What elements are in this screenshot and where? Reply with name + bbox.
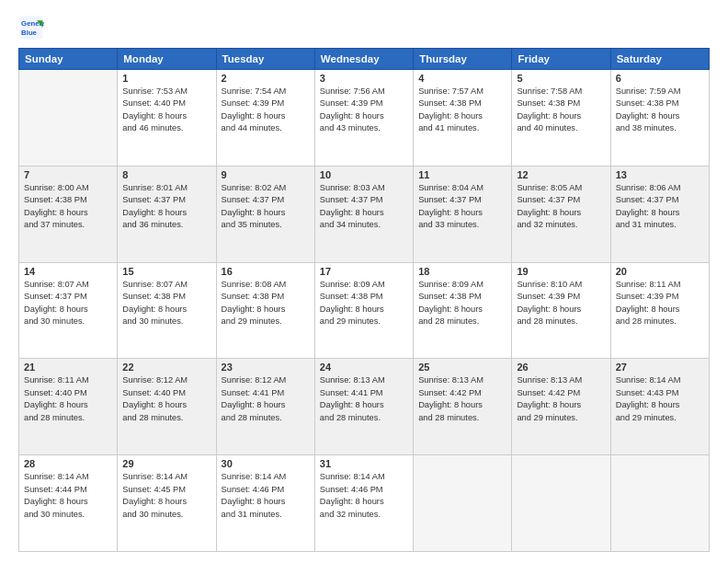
day-number: 9 — [222, 169, 310, 180]
day-info: Sunrise: 8:00 AMSunset: 4:38 PMDaylight:… — [24, 182, 112, 232]
day-info: Sunrise: 8:14 AMSunset: 4:46 PMDaylight:… — [222, 471, 310, 521]
day-number: 30 — [222, 458, 310, 469]
calendar-table: SundayMondayTuesdayWednesdayThursdayFrid… — [18, 48, 710, 552]
calendar-cell: 12Sunrise: 8:05 AMSunset: 4:37 PMDayligh… — [512, 166, 610, 262]
day-number: 16 — [222, 266, 310, 277]
calendar-cell: 10Sunrise: 8:03 AMSunset: 4:37 PMDayligh… — [314, 166, 413, 262]
day-info: Sunrise: 8:07 AMSunset: 4:38 PMDaylight:… — [122, 279, 210, 328]
day-number: 1 — [122, 73, 210, 84]
day-number: 6 — [616, 73, 704, 84]
day-info: Sunrise: 8:14 AMSunset: 4:45 PMDaylight:… — [122, 471, 210, 521]
calendar-cell — [19, 70, 118, 167]
weekday-header-saturday: Saturday — [610, 49, 709, 70]
weekday-header-sunday: Sunday — [19, 49, 118, 70]
calendar-cell: 14Sunrise: 8:07 AMSunset: 4:37 PMDayligh… — [19, 262, 118, 359]
day-number: 17 — [320, 266, 408, 277]
calendar-cell: 31Sunrise: 8:14 AMSunset: 4:46 PMDayligh… — [314, 455, 413, 552]
day-number: 21 — [24, 362, 112, 373]
day-number: 23 — [222, 362, 310, 373]
day-info: Sunrise: 7:56 AMSunset: 4:39 PMDaylight:… — [320, 86, 408, 135]
day-info: Sunrise: 8:13 AMSunset: 4:42 PMDaylight:… — [517, 374, 605, 424]
day-info: Sunrise: 8:02 AMSunset: 4:37 PMDaylight:… — [222, 182, 310, 232]
calendar-week-row: 1Sunrise: 7:53 AMSunset: 4:40 PMDaylight… — [19, 70, 710, 167]
day-info: Sunrise: 8:09 AMSunset: 4:38 PMDaylight:… — [418, 279, 506, 328]
calendar-cell: 13Sunrise: 8:06 AMSunset: 4:37 PMDayligh… — [610, 166, 709, 262]
calendar-cell: 1Sunrise: 7:53 AMSunset: 4:40 PMDaylight… — [118, 70, 216, 167]
calendar-cell: 29Sunrise: 8:14 AMSunset: 4:45 PMDayligh… — [118, 455, 216, 552]
day-number: 27 — [616, 362, 704, 373]
calendar-cell: 5Sunrise: 7:58 AMSunset: 4:38 PMDaylight… — [512, 70, 610, 167]
day-info: Sunrise: 8:09 AMSunset: 4:38 PMDaylight:… — [320, 279, 408, 328]
day-number: 22 — [122, 362, 210, 373]
day-info: Sunrise: 8:14 AMSunset: 4:46 PMDaylight:… — [320, 471, 408, 521]
day-info: Sunrise: 8:08 AMSunset: 4:38 PMDaylight:… — [222, 279, 310, 328]
calendar-week-row: 28Sunrise: 8:14 AMSunset: 4:44 PMDayligh… — [19, 455, 710, 552]
day-info: Sunrise: 8:11 AMSunset: 4:40 PMDaylight:… — [24, 374, 112, 424]
day-info: Sunrise: 8:14 AMSunset: 4:44 PMDaylight:… — [24, 471, 112, 521]
day-info: Sunrise: 7:57 AMSunset: 4:38 PMDaylight:… — [418, 86, 506, 135]
calendar-cell — [512, 455, 610, 552]
calendar-cell: 18Sunrise: 8:09 AMSunset: 4:38 PMDayligh… — [414, 262, 512, 359]
calendar-cell: 16Sunrise: 8:08 AMSunset: 4:38 PMDayligh… — [216, 262, 314, 359]
weekday-header-thursday: Thursday — [414, 49, 512, 70]
day-number: 18 — [418, 266, 506, 277]
day-number: 24 — [320, 362, 408, 373]
day-number: 10 — [320, 169, 408, 180]
day-info: Sunrise: 8:05 AMSunset: 4:37 PMDaylight:… — [517, 182, 605, 232]
weekday-header-wednesday: Wednesday — [314, 49, 413, 70]
calendar-cell: 6Sunrise: 7:59 AMSunset: 4:38 PMDaylight… — [610, 70, 709, 167]
day-number: 19 — [517, 266, 605, 277]
day-info: Sunrise: 8:13 AMSunset: 4:42 PMDaylight:… — [418, 374, 506, 424]
weekday-header-tuesday: Tuesday — [216, 49, 314, 70]
calendar-cell: 25Sunrise: 8:13 AMSunset: 4:42 PMDayligh… — [414, 359, 512, 455]
day-number: 14 — [24, 266, 112, 277]
weekday-header-friday: Friday — [512, 49, 610, 70]
day-info: Sunrise: 8:13 AMSunset: 4:41 PMDaylight:… — [320, 374, 408, 424]
page: General Blue SundayMondayTuesdayWednesda… — [0, 0, 728, 563]
day-info: Sunrise: 8:11 AMSunset: 4:39 PMDaylight:… — [616, 279, 704, 328]
day-number: 28 — [24, 458, 112, 469]
calendar-cell: 8Sunrise: 8:01 AMSunset: 4:37 PMDaylight… — [118, 166, 216, 262]
calendar-cell: 9Sunrise: 8:02 AMSunset: 4:37 PMDaylight… — [216, 166, 314, 262]
day-info: Sunrise: 8:04 AMSunset: 4:37 PMDaylight:… — [418, 182, 506, 232]
day-info: Sunrise: 8:01 AMSunset: 4:37 PMDaylight:… — [122, 182, 210, 232]
day-info: Sunrise: 7:58 AMSunset: 4:38 PMDaylight:… — [517, 86, 605, 135]
calendar-cell: 23Sunrise: 8:12 AMSunset: 4:41 PMDayligh… — [216, 359, 314, 455]
calendar-cell: 19Sunrise: 8:10 AMSunset: 4:39 PMDayligh… — [512, 262, 610, 359]
calendar-cell: 11Sunrise: 8:04 AMSunset: 4:37 PMDayligh… — [414, 166, 512, 262]
day-number: 29 — [122, 458, 210, 469]
day-number: 20 — [616, 266, 704, 277]
day-number: 25 — [418, 362, 506, 373]
calendar-cell: 26Sunrise: 8:13 AMSunset: 4:42 PMDayligh… — [512, 359, 610, 455]
day-number: 5 — [517, 73, 605, 84]
day-info: Sunrise: 8:14 AMSunset: 4:43 PMDaylight:… — [616, 374, 704, 424]
calendar-cell: 7Sunrise: 8:00 AMSunset: 4:38 PMDaylight… — [19, 166, 118, 262]
weekday-header-row: SundayMondayTuesdayWednesdayThursdayFrid… — [19, 49, 710, 70]
day-number: 11 — [418, 169, 506, 180]
calendar-cell: 4Sunrise: 7:57 AMSunset: 4:38 PMDaylight… — [414, 70, 512, 167]
calendar-cell: 30Sunrise: 8:14 AMSunset: 4:46 PMDayligh… — [216, 455, 314, 552]
calendar-cell — [610, 455, 709, 552]
day-number: 15 — [122, 266, 210, 277]
day-info: Sunrise: 8:12 AMSunset: 4:40 PMDaylight:… — [122, 374, 210, 424]
calendar-cell: 21Sunrise: 8:11 AMSunset: 4:40 PMDayligh… — [19, 359, 118, 455]
day-info: Sunrise: 8:07 AMSunset: 4:37 PMDaylight:… — [24, 279, 112, 328]
day-number: 8 — [122, 169, 210, 180]
day-number: 26 — [517, 362, 605, 373]
calendar-week-row: 7Sunrise: 8:00 AMSunset: 4:38 PMDaylight… — [19, 166, 710, 262]
calendar-week-row: 21Sunrise: 8:11 AMSunset: 4:40 PMDayligh… — [19, 359, 710, 455]
logo-icon: General Blue — [18, 15, 44, 40]
calendar-week-row: 14Sunrise: 8:07 AMSunset: 4:37 PMDayligh… — [19, 262, 710, 359]
calendar-cell: 22Sunrise: 8:12 AMSunset: 4:40 PMDayligh… — [118, 359, 216, 455]
day-info: Sunrise: 7:53 AMSunset: 4:40 PMDaylight:… — [122, 86, 210, 135]
calendar-cell — [414, 455, 512, 552]
calendar-cell: 3Sunrise: 7:56 AMSunset: 4:39 PMDaylight… — [314, 70, 413, 167]
weekday-header-monday: Monday — [118, 49, 216, 70]
header: General Blue — [18, 15, 710, 40]
day-info: Sunrise: 7:54 AMSunset: 4:39 PMDaylight:… — [222, 86, 310, 135]
calendar-cell: 20Sunrise: 8:11 AMSunset: 4:39 PMDayligh… — [610, 262, 709, 359]
day-number: 4 — [418, 73, 506, 84]
calendar-cell: 24Sunrise: 8:13 AMSunset: 4:41 PMDayligh… — [314, 359, 413, 455]
day-number: 7 — [24, 169, 112, 180]
day-number: 2 — [222, 73, 310, 84]
